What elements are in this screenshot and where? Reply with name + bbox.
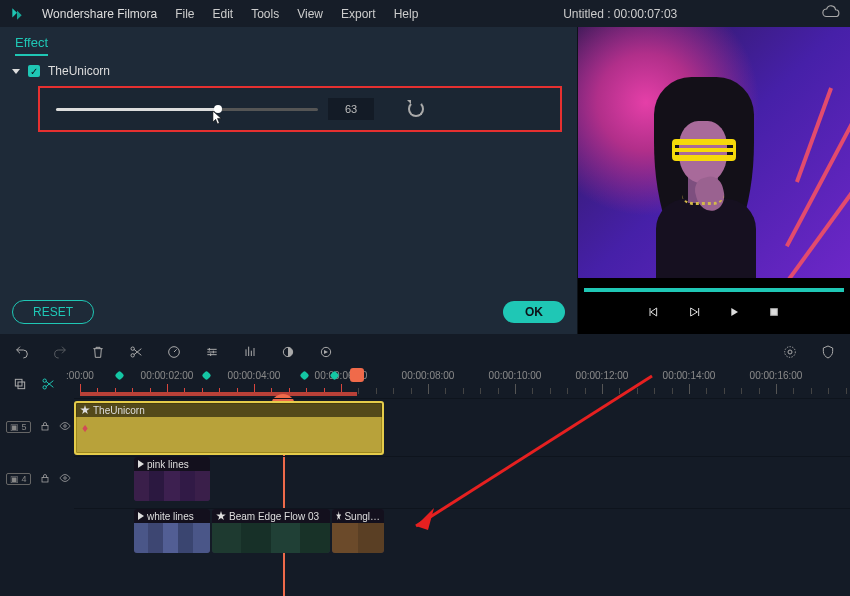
menu-export[interactable]: Export <box>341 7 376 21</box>
reset-button[interactable]: RESET <box>12 300 94 324</box>
speed-icon[interactable] <box>166 344 182 360</box>
menu-file[interactable]: File <box>175 7 194 21</box>
transport-controls <box>578 292 850 334</box>
track-video-4b: white lines Beam Edge Flow 03 Sungl… <box>0 508 850 554</box>
tracks-layers-icon[interactable] <box>12 376 28 395</box>
app-logo-icon <box>10 7 24 21</box>
track-video-4a: ▣ 4 pink lines <box>0 456 850 502</box>
track-lane-5[interactable]: TheUnicorn ♦ <box>74 398 850 456</box>
svg-marker-0 <box>12 8 17 17</box>
effect-intensity-row: 63 <box>38 86 562 132</box>
svg-rect-18 <box>42 478 48 483</box>
star-icon <box>336 511 341 521</box>
clip-label: TheUnicorn <box>93 405 145 416</box>
audio-mixer-icon[interactable] <box>242 344 258 360</box>
time-ruler[interactable]: :00:0000:00:02:0000:00:04:0000:00:06:000… <box>74 370 850 398</box>
clip-sunglasses[interactable]: Sungl… <box>332 509 384 553</box>
preview-viewport[interactable] <box>578 27 850 278</box>
clip-beam-edge-flow[interactable]: Beam Edge Flow 03 <box>212 509 330 553</box>
reset-value-icon[interactable] <box>408 101 424 117</box>
clip-label: pink lines <box>147 459 189 470</box>
redo-icon[interactable] <box>52 344 68 360</box>
timeline-toolbar <box>0 334 850 370</box>
menu-bar: File Edit Tools View Export Help <box>175 7 418 21</box>
svg-point-8 <box>788 350 792 354</box>
track-id-4: ▣ 4 <box>6 473 31 485</box>
track-id-5: ▣ 5 <box>6 421 31 433</box>
cloud-icon[interactable] <box>822 3 840 24</box>
visibility-icon[interactable] <box>59 420 71 434</box>
lock-icon[interactable] <box>39 472 51 486</box>
clip-label: white lines <box>147 511 194 522</box>
lock-icon[interactable] <box>39 420 51 434</box>
project-title: Untitled : 00:00:07:03 <box>436 7 804 21</box>
play-button[interactable] <box>726 304 742 323</box>
track-effect-5: ▣ 5 TheUnicorn ♦ <box>0 398 850 456</box>
clip-label: Beam Edge Flow 03 <box>229 511 319 522</box>
menu-edit[interactable]: Edit <box>213 7 234 21</box>
snap-magnet-icon[interactable] <box>40 376 56 395</box>
adjust-icon[interactable] <box>204 344 220 360</box>
video-icon <box>138 512 144 520</box>
intensity-value[interactable]: 63 <box>328 98 374 120</box>
track-lane-4b[interactable]: white lines Beam Edge Flow 03 Sungl… <box>74 508 850 554</box>
svg-point-17 <box>63 425 66 428</box>
track-lane-4a[interactable]: pink lines <box>74 456 850 502</box>
menu-tools[interactable]: Tools <box>251 7 279 21</box>
menu-view[interactable]: View <box>297 7 323 21</box>
shield-icon[interactable] <box>820 344 836 360</box>
svg-rect-16 <box>42 426 48 431</box>
ok-button[interactable]: OK <box>503 301 565 323</box>
svg-rect-2 <box>771 308 778 315</box>
preview-pane <box>578 27 850 334</box>
clip-theunicorn[interactable]: TheUnicorn ♦ <box>74 401 384 455</box>
svg-rect-10 <box>15 379 22 386</box>
color-icon[interactable] <box>280 344 296 360</box>
gem-icon: ♦ <box>82 421 88 435</box>
svg-marker-1 <box>17 10 22 19</box>
app-name: Wondershare Filmora <box>42 7 157 21</box>
svg-rect-11 <box>18 382 25 389</box>
play-pause-button[interactable] <box>686 304 702 323</box>
stop-button[interactable] <box>766 304 782 323</box>
effect-panel: Effect ✓ TheUnicorn 63 RESET OK <box>0 27 578 334</box>
timeline-settings-icon[interactable] <box>782 344 798 360</box>
clip-pink-lines[interactable]: pink lines <box>134 457 210 501</box>
svg-point-19 <box>63 477 66 480</box>
svg-point-9 <box>785 347 796 358</box>
intensity-slider[interactable] <box>56 108 318 111</box>
menu-help[interactable]: Help <box>394 7 419 21</box>
star-icon <box>80 405 90 415</box>
title-bar: Wondershare Filmora File Edit Tools View… <box>0 0 850 27</box>
effect-enable-checkbox[interactable]: ✓ <box>28 65 40 77</box>
timeline: :00:0000:00:02:0000:00:04:0000:00:06:000… <box>0 334 850 596</box>
clip-white-lines[interactable]: white lines <box>134 509 210 553</box>
video-icon <box>138 460 144 468</box>
cut-icon[interactable] <box>128 344 144 360</box>
mouse-cursor-icon <box>212 110 223 125</box>
delete-icon[interactable] <box>90 344 106 360</box>
prev-frame-button[interactable] <box>646 304 662 323</box>
star-icon <box>216 511 226 521</box>
undo-icon[interactable] <box>14 344 30 360</box>
collapse-caret-icon[interactable] <box>12 69 20 74</box>
render-icon[interactable] <box>318 344 334 360</box>
clip-label: Sungl… <box>344 511 380 522</box>
effect-name: TheUnicorn <box>48 64 110 78</box>
visibility-icon[interactable] <box>59 472 71 486</box>
